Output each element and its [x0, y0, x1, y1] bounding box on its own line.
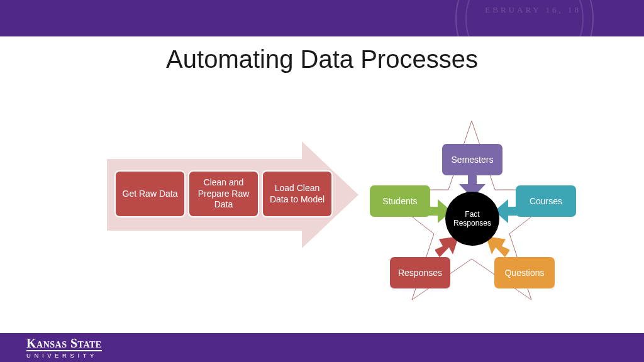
process-steps: Get Raw Data Clean and Prepare Raw Data … [114, 170, 333, 217]
header-banner: EBRUARY 16, 18 [0, 0, 644, 36]
process-step-1: Get Raw Data [114, 170, 186, 217]
process-step-2: Clean and Prepare Raw Data [188, 170, 259, 217]
logo-main-text: Kansas State [26, 337, 102, 351]
dim-questions: Questions [494, 257, 555, 288]
slide-content: Get Raw Data Clean and Prepare Raw Data … [0, 74, 644, 337]
dim-responses: Responses [390, 257, 450, 288]
footer-banner: Kansas State UNIVERSITY [0, 333, 644, 362]
star-diagram: Fact Responses Semesters Students Course… [358, 111, 585, 312]
star-center: Fact Responses [445, 192, 499, 246]
process-step-3: Load Clean Data to Model [262, 170, 333, 217]
dim-students: Students [370, 185, 430, 217]
slide-title: Automating Data Processes [0, 45, 644, 74]
dim-courses: Courses [516, 185, 576, 217]
university-logo: Kansas State UNIVERSITY [26, 337, 102, 359]
logo-sub-text: UNIVERSITY [26, 352, 102, 359]
seal-text: EBRUARY 16, 18 [485, 5, 581, 15]
dim-semesters: Semesters [442, 144, 502, 175]
